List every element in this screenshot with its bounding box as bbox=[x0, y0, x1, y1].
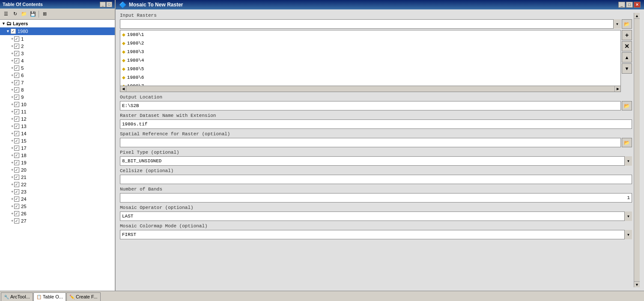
input-rasters-input[interactable] bbox=[120, 19, 621, 29]
raster-down-btn[interactable]: ▼ bbox=[622, 63, 632, 74]
raster-add-btn[interactable]: + bbox=[622, 30, 632, 40]
toc-tab-label: Table O... bbox=[43, 294, 63, 299]
input-rasters-dropdown-wrapper: ▼ bbox=[120, 19, 621, 29]
dialog-scrollbar[interactable]: ▲ ▼ bbox=[634, 13, 640, 287]
spatial-reference-label: Spatial Reference for Raster (optional) bbox=[120, 131, 632, 137]
layer-item[interactable]: + ✓ 18 bbox=[0, 152, 115, 159]
tab-table-of-contents[interactable]: 📋 Table O... bbox=[33, 292, 66, 301]
spatial-browse-btn[interactable]: 📂 bbox=[622, 138, 632, 147]
toc-save-btn[interactable]: 💾 bbox=[29, 10, 37, 18]
layers-label: Layers bbox=[13, 21, 28, 26]
bottom-tab-bar: 🔧 ArcTool... 📋 Table O... ✏️ Create F... bbox=[0, 291, 644, 301]
raster-item[interactable]: ◆ 1980\6 bbox=[120, 73, 620, 82]
mosaic-colormap-label: Mosaic Colormap Mode (optional) bbox=[120, 224, 632, 229]
layer-item[interactable]: + ✓ 26 bbox=[0, 210, 115, 217]
pixel-type-input[interactable] bbox=[120, 156, 632, 166]
pixel-type-dropdown-arrow[interactable]: ▼ bbox=[624, 156, 632, 166]
layer-1980-label: 1980 bbox=[18, 29, 28, 34]
layer-1980-item[interactable]: ▼ ✓ 1980 bbox=[0, 27, 115, 35]
mosaic-colormap-input[interactable] bbox=[120, 230, 632, 239]
mosaic-operator-input[interactable] bbox=[120, 212, 632, 221]
arctool-icon: 🔧 bbox=[4, 295, 9, 299]
layer-item[interactable]: + ✓ 8 bbox=[0, 86, 115, 93]
toc-toolbar: ☰ ↻ 📁 💾 ⊞ bbox=[0, 9, 115, 20]
toc-list-btn[interactable]: ☰ bbox=[2, 10, 10, 18]
layer-item[interactable]: + ✓ 2 bbox=[0, 42, 115, 50]
raster-item[interactable]: ◆ 1980\4 bbox=[120, 56, 620, 65]
layer-item[interactable]: + ✓ 7 bbox=[0, 79, 115, 86]
dialog-icon: 🔷 bbox=[119, 1, 126, 8]
dialog-title-bar: 🔷 Mosaic To New Raster _ □ ✕ bbox=[116, 0, 644, 9]
spatial-reference-input[interactable] bbox=[120, 138, 621, 147]
raster-dataset-name-input[interactable] bbox=[120, 119, 632, 129]
arctool-label: ArcTool... bbox=[10, 294, 30, 299]
raster-list: ◆ 1980\1 ◆ 1980\2 ◆ 1980\3 ◆ 1980\4 ◆ 19… bbox=[120, 30, 621, 92]
toc-title-bar: Table Of Contents _ □ bbox=[0, 0, 115, 9]
dialog-restore-btn[interactable]: □ bbox=[626, 2, 633, 8]
toc-refresh-btn[interactable]: ↻ bbox=[11, 10, 19, 18]
dialog-close-btn[interactable]: ✕ bbox=[634, 2, 641, 8]
layer-items-container: + ✓ 1 + ✓ 2 + ✓ 3 + ✓ 4 + ✓ 5 + ✓ 6 + ✓ … bbox=[0, 35, 115, 224]
layer-item[interactable]: + ✓ 24 bbox=[0, 195, 115, 203]
mosaic-operator-dropdown-arrow[interactable]: ▼ bbox=[624, 212, 632, 221]
toc-content: ▼ 🗂 Layers ▼ ✓ 1980 + ✓ 1 + ✓ 2 bbox=[0, 20, 115, 291]
layer-item[interactable]: + ✓ 12 bbox=[0, 115, 115, 122]
output-browse-btn[interactable]: 📂 bbox=[622, 101, 632, 110]
mosaic-operator-label: Mosaic Operator (optional) bbox=[120, 205, 632, 210]
layer-item[interactable]: + ✓ 15 bbox=[0, 137, 115, 144]
dialog-title: Mosaic To New Raster bbox=[129, 2, 183, 8]
create-feature-label: Create F... bbox=[76, 294, 98, 299]
layer-item[interactable]: + ✓ 19 bbox=[0, 159, 115, 166]
input-browse-btn[interactable]: 📂 bbox=[622, 19, 632, 29]
input-dropdown-arrow[interactable]: ▼ bbox=[613, 19, 621, 29]
dialog-content: Input Rasters ▼ 📂 bbox=[116, 9, 644, 291]
tab-arctool[interactable]: 🔧 ArcTool... bbox=[1, 292, 33, 301]
raster-remove-btn[interactable]: ✕ bbox=[622, 41, 632, 51]
raster-item[interactable]: ◆ 1980\5 bbox=[120, 65, 620, 73]
raster-up-btn[interactable]: ▲ bbox=[622, 52, 632, 63]
toc-table-btn[interactable]: ⊞ bbox=[40, 10, 49, 18]
raster-dataset-name-label: Raster Dataset Name with Extension bbox=[120, 113, 632, 118]
tab-create-feature[interactable]: ✏️ Create F... bbox=[66, 292, 101, 301]
toc-tab-icon: 📋 bbox=[36, 295, 42, 299]
raster-item[interactable]: ◆ 1980\1 bbox=[120, 30, 620, 39]
toc-restore-btn[interactable]: □ bbox=[106, 2, 112, 7]
number-of-bands-input[interactable] bbox=[120, 193, 632, 203]
layer-item[interactable]: + ✓ 9 bbox=[0, 93, 115, 101]
layer-item[interactable]: + ✓ 6 bbox=[0, 72, 115, 79]
layer-item[interactable]: + ✓ 13 bbox=[0, 122, 115, 130]
create-feature-icon: ✏️ bbox=[69, 295, 75, 299]
toc-minimize-btn[interactable]: _ bbox=[100, 2, 106, 7]
toc-folder-btn[interactable]: 📁 bbox=[20, 10, 28, 18]
cellsize-label: Cellsize (optional) bbox=[120, 168, 632, 173]
layer-item[interactable]: + ✓ 21 bbox=[0, 173, 115, 181]
raster-item[interactable]: ◆ 1980\3 bbox=[120, 48, 620, 56]
layer-item[interactable]: + ✓ 4 bbox=[0, 57, 115, 64]
cellsize-input[interactable] bbox=[120, 175, 632, 184]
layer-item[interactable]: + ✓ 17 bbox=[0, 144, 115, 152]
layer-item[interactable]: + ✓ 1 bbox=[0, 35, 115, 42]
layer-item[interactable]: + ✓ 5 bbox=[0, 64, 115, 72]
layer-item[interactable]: + ✓ 22 bbox=[0, 181, 115, 188]
layer-item[interactable]: + ✓ 20 bbox=[0, 166, 115, 173]
output-location-input[interactable] bbox=[120, 101, 621, 110]
layer-item[interactable]: + ✓ 27 bbox=[0, 217, 115, 224]
layer-item[interactable]: + ✓ 25 bbox=[0, 203, 115, 210]
dialog-minimize-btn[interactable]: _ bbox=[618, 2, 625, 8]
toc-layers-header[interactable]: ▼ 🗂 Layers bbox=[0, 20, 115, 27]
number-of-bands-label: Number of Bands bbox=[120, 187, 632, 192]
layer-1980-checkbox[interactable]: ✓ bbox=[11, 29, 16, 34]
pixel-type-label: Pixel Type (optional) bbox=[120, 150, 632, 155]
raster-item[interactable]: ◆ 1980\2 bbox=[120, 39, 620, 48]
layer-item[interactable]: + ✓ 3 bbox=[0, 50, 115, 57]
layer-item[interactable]: + ✓ 14 bbox=[0, 130, 115, 137]
mosaic-colormap-dropdown-arrow[interactable]: ▼ bbox=[624, 230, 632, 239]
toc-panel: Table Of Contents _ □ ☰ ↻ 📁 💾 ⊞ bbox=[0, 0, 116, 291]
output-location-label: Output Location bbox=[120, 95, 632, 100]
layer-item[interactable]: + ✓ 10 bbox=[0, 101, 115, 108]
layers-folder-icon: 🗂 bbox=[6, 21, 12, 27]
raster-list-controls: + ✕ ▲ ▼ bbox=[622, 30, 632, 92]
layer-item[interactable]: + ✓ 23 bbox=[0, 188, 115, 195]
layer-item[interactable]: + ✓ 11 bbox=[0, 108, 115, 115]
toc-title: Table Of Contents bbox=[3, 2, 43, 7]
